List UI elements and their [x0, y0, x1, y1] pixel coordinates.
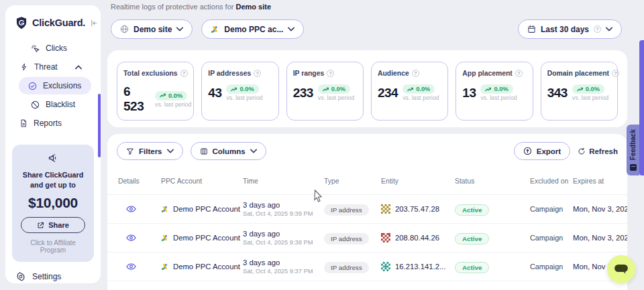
- chevron-down-icon: [250, 149, 257, 153]
- ppc-account-selector[interactable]: Demo PPC ac...: [201, 19, 304, 39]
- delta-badge: 0.0%: [480, 84, 513, 94]
- stat-value: 343: [547, 86, 568, 100]
- sidebar-scrollbar[interactable]: [98, 94, 101, 157]
- stat-card-domain-placement: Domain placement? 343 0.0% vs. last peri…: [541, 62, 618, 121]
- delta-badge: 0.0%: [318, 84, 350, 94]
- share-button[interactable]: Share: [21, 217, 85, 233]
- chevron-down-icon: [606, 27, 612, 31]
- google-ads-icon: [211, 25, 219, 33]
- sidebar-item-label: Reports: [34, 119, 62, 128]
- columns-button[interactable]: Columns: [191, 142, 266, 160]
- sidebar-item-reports[interactable]: Reports: [9, 114, 97, 133]
- stat-label: Domain placement: [547, 70, 609, 77]
- sidebar-item-clicks[interactable]: Clicks: [9, 39, 97, 58]
- chevron-down-icon: [288, 27, 294, 31]
- view-details-eye-icon[interactable]: [126, 234, 161, 242]
- compare-label: vs. last period: [155, 101, 187, 108]
- table-row-partial: 3 days ago: [107, 281, 627, 290]
- site-selector[interactable]: Demo site: [111, 19, 193, 39]
- trend-up-icon: [485, 87, 492, 92]
- chat-launcher-button[interactable]: [607, 255, 635, 283]
- help-icon[interactable]: ?: [254, 70, 261, 77]
- sidebar-item-exclusions[interactable]: Exclusions: [19, 77, 91, 94]
- sidebar-item-threat[interactable]: Threat: [9, 58, 97, 76]
- affiliate-link[interactable]: Click to Affiliate Program: [17, 239, 89, 254]
- compare-label: vs. last period: [402, 94, 439, 101]
- stat-value: 13: [462, 86, 476, 100]
- help-icon[interactable]: ?: [612, 70, 619, 77]
- promo-amount: $10,000: [17, 195, 89, 211]
- help-icon[interactable]: ?: [412, 70, 419, 77]
- expires-at-cell: Mon, Nov 3, 2025: [573, 205, 627, 213]
- delta-badge: 0.0%: [572, 84, 604, 94]
- delta-badge: 0.0%: [155, 91, 187, 100]
- refresh-label: Refresh: [589, 147, 618, 155]
- column-header-time[interactable]: Time: [243, 177, 324, 185]
- time-cell: 3 days ago Sat, Oct 4, 2025 9:38 PM: [243, 230, 324, 246]
- identicon: [381, 204, 390, 214]
- stat-label: IP addresses: [208, 70, 251, 77]
- chat-bubble-icon: [614, 264, 629, 275]
- stat-label: App placement: [462, 70, 512, 77]
- table-row: Demo PPC Account 3 days ago Sat, Oct 4, …: [107, 224, 627, 252]
- stat-card-ip-addresses: IP addresses? 43 0.0% vs. last period: [201, 62, 278, 121]
- column-header-type[interactable]: Type: [324, 177, 381, 185]
- compare-label: vs. last period: [318, 94, 354, 101]
- delta-value: 0.0%: [494, 86, 508, 92]
- feedback-tab[interactable]: Feedback: [627, 125, 639, 175]
- help-icon[interactable]: ?: [327, 70, 334, 77]
- megaphone-icon: [48, 153, 59, 163]
- time-absolute: Sat, Oct 4, 2025 9:39 PM: [243, 210, 324, 217]
- subtitle-site-name: Demo site: [235, 3, 271, 11]
- columns-icon: [200, 147, 208, 155]
- date-range-selector[interactable]: Last 30 days ?: [518, 19, 622, 39]
- table-toolbar: Filters Columns Export Refresh: [107, 134, 627, 167]
- status-badge: Active: [455, 204, 489, 216]
- column-header-expires-at[interactable]: Expires at: [573, 177, 627, 185]
- trend-up-icon: [231, 87, 237, 92]
- sidebar-collapse-icon[interactable]: [89, 19, 98, 27]
- prohibition-icon: [31, 100, 40, 109]
- table-row: Demo PPC Account 3 days ago Sat, Oct 4, …: [107, 252, 627, 281]
- stat-value: 6 523: [123, 84, 150, 114]
- column-header-ppc-account[interactable]: PPC Account: [161, 177, 243, 185]
- view-details-eye-icon[interactable]: [126, 205, 161, 213]
- column-header-entity[interactable]: Entity: [381, 177, 455, 185]
- chevron-up-icon[interactable]: [75, 65, 82, 70]
- calendar-icon: [527, 25, 536, 33]
- sidebar: ClickGuard. Clicks Threat Exclusions: [5, 5, 101, 283]
- sidebar-item-blacklist[interactable]: Blacklist: [9, 95, 97, 114]
- columns-label: Columns: [213, 147, 246, 155]
- column-header-status[interactable]: Status: [455, 177, 530, 185]
- entity-cell: 208.80.44.26: [381, 233, 455, 242]
- export-button[interactable]: Export: [514, 142, 570, 160]
- column-header-details[interactable]: Details: [118, 177, 161, 185]
- page-scrollbar[interactable]: [639, 40, 644, 175]
- time-relative: 3 days ago: [243, 259, 324, 267]
- stat-label: IP ranges: [293, 70, 325, 77]
- ppc-account-cell: Demo PPC Account: [161, 234, 243, 242]
- logo-row: ClickGuard.: [5, 5, 101, 38]
- stats-panel: Total exclusions? 6 523 0.0% vs. last pe…: [107, 50, 627, 127]
- help-icon[interactable]: ?: [515, 70, 523, 77]
- entity-value: 16.213.141.2...: [395, 263, 445, 271]
- identicon: [381, 233, 390, 242]
- entity-value: 208.80.44.26: [395, 234, 439, 242]
- help-icon[interactable]: ?: [180, 70, 188, 77]
- export-label: Export: [537, 147, 561, 155]
- google-ads-icon: [161, 234, 169, 242]
- refresh-button[interactable]: Refresh: [578, 147, 618, 155]
- view-details-eye-icon[interactable]: [126, 263, 161, 271]
- filters-button[interactable]: Filters: [117, 142, 183, 160]
- chevron-down-icon: [167, 149, 174, 153]
- affiliate-promo-card: Share ClickGuard and get up to $10,000 S…: [12, 145, 94, 262]
- sidebar-item-settings[interactable]: Settings: [5, 262, 101, 288]
- gear-icon: [16, 272, 25, 281]
- google-ads-icon: [161, 263, 169, 271]
- ppc-selector-label: Demo PPC ac...: [224, 25, 283, 34]
- sidebar-item-label: Clicks: [46, 44, 67, 53]
- compare-label: vs. last period: [572, 94, 608, 101]
- trend-up-icon: [160, 93, 166, 98]
- stat-card-total-exclusions: Total exclusions? 6 523 0.0% vs. last pe…: [117, 62, 194, 121]
- column-header-excluded-on[interactable]: Excluded on: [530, 177, 573, 186]
